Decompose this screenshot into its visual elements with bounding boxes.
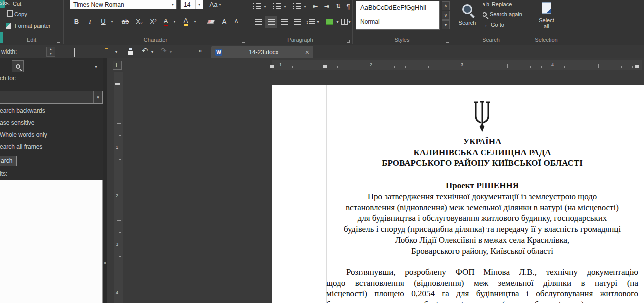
checkbox-search-all-frames[interactable]: earch all frames <box>0 143 42 150</box>
subject-line[interactable]: будівель і споруд (присадибна ділянка) т… <box>326 224 638 235</box>
cut-button[interactable]: ✂ Cut <box>5 0 21 7</box>
ukraine-trident-emblem[interactable] <box>472 101 492 132</box>
checkbox-search-backwards[interactable]: earch backwards <box>0 107 45 114</box>
left-indent-marker[interactable] <box>270 65 274 68</box>
body-line[interactable]: будинку, господарських будівель і споруд… <box>326 299 638 303</box>
top-margin-marker[interactable] <box>115 83 120 85</box>
project-title[interactable]: Проект РІШЕННЯ <box>326 180 638 191</box>
shrink-font-button[interactable]: A <box>231 15 242 28</box>
styles-more-button[interactable]: ▾ <box>442 20 450 29</box>
panel-collapse-strip[interactable]: ◂ <box>103 58 107 303</box>
bullet-list-button[interactable] <box>251 1 262 11</box>
goto-button[interactable]: → Go to <box>483 22 504 28</box>
pan-tool-button[interactable] <box>74 48 75 57</box>
checkbox-case-sensitive[interactable]: ase sensitive <box>0 119 34 126</box>
borders-dropdown[interactable]: ▾ <box>347 16 352 28</box>
undo-dropdown[interactable]: ▾ <box>151 50 153 54</box>
strikethrough-button[interactable]: ab <box>119 15 132 28</box>
document-body-paragraph[interactable]: Розглянувши, розроблену ФОП Мінова Л.В.,… <box>326 267 638 303</box>
font-color-button[interactable]: A <box>161 15 171 28</box>
tab-close-icon[interactable]: × <box>305 48 309 56</box>
body-line[interactable]: щодо встановлення (відновлення) меж земе… <box>326 278 638 289</box>
panel-dropdown-icon[interactable]: ▾ <box>95 64 97 69</box>
font-size-combobox[interactable]: 14 ▾ <box>180 0 203 9</box>
multilevel-list-dropdown[interactable]: ▾ <box>302 1 308 11</box>
spinner-down-icon[interactable]: ▼ <box>47 52 55 56</box>
format-painter-button[interactable]: Format painter <box>6 23 51 29</box>
search-results-list[interactable] <box>0 180 103 303</box>
replace-button[interactable]: a b Replace <box>483 1 512 7</box>
styles-scroll-down-button[interactable]: ∨ <box>442 11 450 20</box>
styles-scroll-up-button[interactable]: ∧ <box>442 1 450 10</box>
tab-stop-selector[interactable]: L <box>113 61 122 70</box>
sort-button[interactable]: ⇅ <box>334 1 343 11</box>
copy-button[interactable]: Copy <box>6 11 27 17</box>
subject-line[interactable]: Броварського району, Київської області <box>326 246 638 257</box>
bullet-list-dropdown[interactable]: ▾ <box>262 1 268 11</box>
select-all-button[interactable]: Select all <box>532 0 561 35</box>
body-line[interactable]: Розглянувши, розроблену ФОП Мінова Л.В.,… <box>326 267 638 278</box>
borders-button[interactable] <box>341 16 348 28</box>
superscript-button[interactable]: X² <box>147 15 160 28</box>
collapse-left-icon[interactable]: ◂ <box>103 260 106 265</box>
toolbar-overflow-button[interactable]: » <box>198 47 202 54</box>
style-name-normal[interactable]: Normal <box>360 18 380 25</box>
font-color-dropdown[interactable]: ▾ <box>171 15 178 28</box>
search-again-button[interactable]: Search again <box>483 11 522 17</box>
line-spacing-dropdown[interactable]: ▾ <box>315 16 321 28</box>
spinner-up-icon[interactable]: ▲ <box>47 47 55 52</box>
undo-button[interactable]: ↶ <box>142 46 148 55</box>
subject-line[interactable]: Про затвердження технічної документації … <box>326 191 638 202</box>
styles-gallery[interactable]: AaBbCcDdEeFfGgHhIi Normal <box>356 1 440 30</box>
show-paragraph-marks-button[interactable]: ¶ <box>345 1 352 11</box>
highlight-dropdown[interactable]: ▾ <box>192 15 198 28</box>
open-dropdown[interactable]: ▾ <box>115 50 117 54</box>
body-line[interactable]: місцевості) площею 0,2054 га для будівни… <box>326 288 638 299</box>
italic-button[interactable]: I <box>84 15 96 28</box>
search-submit-button[interactable]: arch <box>0 156 17 166</box>
decrease-indent-button[interactable]: ⇤ <box>310 1 320 11</box>
chevron-down-icon[interactable]: ▾ <box>93 91 102 103</box>
grow-font-button[interactable]: A <box>218 15 230 28</box>
dialog-launcher-icon[interactable] <box>242 40 245 43</box>
bold-button[interactable]: B <box>70 15 83 28</box>
line-spacing-button[interactable]: ↕ <box>305 16 315 28</box>
increase-indent-button[interactable]: ⇥ <box>322 1 332 11</box>
shading-button[interactable] <box>324 16 335 28</box>
dialog-launcher-icon[interactable] <box>446 40 449 43</box>
checkbox-whole-words-only[interactable]: Whole words only <box>0 131 47 138</box>
document-heading[interactable]: УКРАЇНА КАЛИНІВСЬКА СЕЛИЩНА РАДА БРОВАРС… <box>326 136 638 169</box>
font-name-combobox[interactable]: Times New Roman ▾ <box>70 0 177 9</box>
multilevel-list-button[interactable] <box>291 1 302 11</box>
first-line-indent-marker[interactable] <box>323 65 327 68</box>
numbered-list-button[interactable] <box>271 1 282 11</box>
numbered-list-dropdown[interactable]: ▾ <box>282 1 288 11</box>
heading-line[interactable]: БРОВАРСЬКОГО РАЙОНУ КИЇВСЬКОЇ ОБЛАСТІ <box>326 158 638 169</box>
highlight-button[interactable]: A <box>180 15 192 28</box>
dialog-launcher-icon[interactable] <box>57 40 60 43</box>
align-left-button[interactable] <box>252 16 264 28</box>
justify-button[interactable] <box>291 16 303 28</box>
dialog-launcher-icon[interactable] <box>347 40 350 43</box>
redo-dropdown[interactable]: ▾ <box>170 50 172 54</box>
search-term-combobox[interactable]: ▾ <box>0 91 103 104</box>
shading-dropdown[interactable]: ▾ <box>335 16 340 28</box>
search-button-large[interactable]: Search <box>453 0 482 35</box>
document-subject[interactable]: Про затвердження технічної документації … <box>326 191 638 256</box>
underline-button[interactable]: U <box>98 15 109 28</box>
underline-dropdown[interactable]: ▾ <box>109 15 115 28</box>
chevron-down-icon[interactable]: ▾ <box>169 0 176 9</box>
redo-button[interactable]: ↷ <box>161 46 167 55</box>
chevron-down-icon[interactable]: ▾ <box>195 0 203 9</box>
document-tab[interactable]: W 14-23.docx × <box>211 46 313 59</box>
subject-line[interactable]: для будівництва і обслуговування житлово… <box>326 213 638 224</box>
subscript-button[interactable]: X₂ <box>133 15 146 28</box>
zoom-spinner[interactable]: ▲ ▼ <box>46 47 55 57</box>
heading-line[interactable]: УКРАЇНА <box>326 136 638 147</box>
align-center-button[interactable] <box>265 16 277 28</box>
clear-formatting-button[interactable] <box>204 15 217 28</box>
document-page[interactable]: УКРАЇНА КАЛИНІВСЬКА СЕЛИЩНА РАДА БРОВАРС… <box>272 85 644 303</box>
change-case-button[interactable]: Aa ▾ <box>206 0 224 9</box>
right-indent-marker[interactable] <box>635 65 639 68</box>
panel-search-tool-button[interactable] <box>12 60 24 72</box>
